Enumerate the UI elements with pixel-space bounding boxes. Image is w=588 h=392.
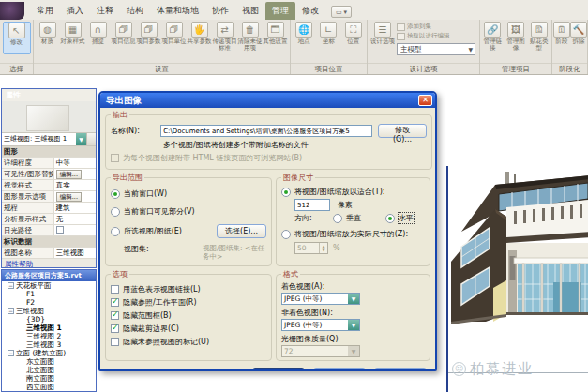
radio-zoom-actual-label[interactable]: 将视图/图纸缩放为实际尺寸的(Z):	[294, 229, 408, 239]
radio-selected-views-label[interactable]: 所选视图/图纸(E)	[124, 226, 182, 236]
tree-item[interactable]: 东立面图	[2, 357, 96, 366]
checkbox-view-links-blue-label[interactable]: 用蓝色表示视图链接(L)	[123, 284, 201, 294]
phases-button[interactable]: 🗓阶段	[553, 22, 570, 53]
tree-item[interactable]: 三维视图 2	[2, 332, 96, 340]
radio-vertical[interactable]	[333, 214, 342, 223]
non-shaded-views-select[interactable]: JPEG (中等) ▼	[281, 319, 360, 331]
transfer-standards-button[interactable]: ⇄传递项目标准	[212, 22, 237, 53]
radio-visible-portion-label[interactable]: 当前窗口可见部分(V)	[124, 206, 195, 217]
modify-button[interactable]: ↖ 修改	[3, 22, 31, 54]
additional-settings-button[interactable]: 🗔其他设置	[263, 22, 288, 53]
materials-button[interactable]: ◍材质	[35, 22, 60, 53]
checkbox-hide-scope-boxes-label[interactable]: 隐藏范围框(B)	[123, 310, 172, 321]
tree-node-3d-views[interactable]: −三维视图	[2, 307, 96, 315]
checkbox-hide-unreferenced-tags[interactable]	[111, 338, 119, 346]
ok-button[interactable]: 确定	[252, 368, 305, 371]
project-parameters-button[interactable]: 🗇项目参数	[136, 22, 161, 53]
tree-item[interactable]: {3D}	[2, 315, 96, 324]
object-styles-button[interactable]: ▦对象样式	[60, 22, 85, 53]
edit-button[interactable]: 编辑...	[56, 192, 82, 202]
pixels-input[interactable]	[294, 199, 330, 211]
tree-item[interactable]: F1	[2, 290, 96, 298]
property-row[interactable]: 视图名称三维视图	[2, 248, 96, 259]
property-row[interactable]: 分析显示样式无	[2, 214, 96, 225]
tree-item[interactable]: 北立面图	[2, 366, 96, 374]
manage-images-button[interactable]: 🖼管理图像	[505, 22, 528, 53]
radio-horizontal[interactable]	[385, 214, 395, 223]
add-to-set-button[interactable]: 添加到集	[397, 23, 475, 31]
property-row[interactable]: 图形显示选项编辑...	[2, 191, 96, 203]
chevron-down-icon[interactable]: ▼	[76, 133, 86, 145]
tab-structure[interactable]: 结构	[120, 2, 150, 20]
modify-button[interactable]: 修改(G)...	[378, 124, 427, 138]
decal-types-button[interactable]: 🖻贴花类型	[527, 22, 550, 53]
checkbox-hide-ref-planes[interactable]	[111, 298, 119, 307]
radio-horizontal-label[interactable]: 水平	[399, 213, 414, 223]
checkbox-hide-unreferenced-tags-label[interactable]: 隐藏未参照视图的标记(U)	[123, 337, 209, 347]
radio-zoom-actual[interactable]	[281, 230, 291, 239]
checkbox-hide-crop-boundaries[interactable]	[111, 324, 119, 333]
shared-parameters-button[interactable]: 🖐共享参数	[187, 22, 212, 53]
app-logo-icon[interactable]	[0, 2, 24, 20]
checkbox-view-links-blue[interactable]	[111, 285, 119, 294]
property-row[interactable]: 可见性/图形替换编辑...	[2, 169, 96, 180]
collapse-icon[interactable]: −	[8, 308, 14, 314]
checkbox-hide-scope-boxes[interactable]	[111, 311, 119, 320]
edit-button[interactable]: 编辑...	[56, 170, 82, 179]
snaps-button[interactable]: ∩捕捉	[85, 22, 111, 53]
tab-annotate[interactable]: 注释	[90, 2, 120, 20]
active-design-option-select[interactable]: 主模型▼	[397, 43, 475, 55]
pick-to-edit-button[interactable]: 拾取以进行编辑	[397, 32, 475, 40]
radio-fit-to-label[interactable]: 将视图/图纸缩放以适合(T):	[294, 187, 385, 197]
collapse-icon[interactable]: −	[8, 282, 14, 289]
help-button[interactable]: 帮助(H)	[374, 368, 427, 371]
radio-selected-views[interactable]	[111, 227, 120, 236]
location-button[interactable]: 🌐地点	[292, 22, 316, 53]
properties-header[interactable]: 属性	[2, 89, 96, 101]
project-info-button[interactable]: 🗇项目信息	[111, 22, 136, 53]
three-d-viewport[interactable]: ☺ 柏慕进业	[446, 166, 588, 392]
property-row[interactable]: 日光路径	[2, 225, 96, 236]
radio-vertical-label[interactable]: 垂直	[346, 213, 361, 223]
property-row[interactable]: 视觉样式真实	[2, 180, 96, 191]
radio-fit-to[interactable]	[281, 188, 291, 197]
name-input[interactable]	[160, 125, 372, 137]
radio-visible-portion[interactable]	[111, 207, 120, 217]
position-button[interactable]: ⛶位置	[341, 22, 366, 53]
ribbon-state-toggle[interactable]: ▭▾	[331, 6, 352, 18]
project-units-button[interactable]: 🗇项目单位	[161, 22, 187, 53]
tab-view[interactable]: 视图	[235, 2, 265, 20]
tree-item[interactable]: 西立面图	[2, 383, 96, 391]
tree-node-ceiling-plans[interactable]: −天花板平面	[2, 281, 96, 290]
tab-collaborate[interactable]: 协作	[205, 2, 235, 20]
close-icon[interactable]: ✕	[418, 95, 432, 106]
select-views-button[interactable]: 选择(E)...	[217, 224, 266, 238]
collapse-icon[interactable]: −	[8, 350, 14, 356]
coordinates-button[interactable]: ∟坐标	[316, 22, 340, 53]
tab-home[interactable]: 常用	[30, 2, 60, 20]
demolish-button[interactable]: 🔨拆除	[570, 22, 587, 53]
checkbox-hide-crop-boundaries-label[interactable]: 隐藏裁剪边界(C)	[123, 324, 179, 334]
radio-current-window[interactable]	[111, 189, 120, 199]
checkbox-hide-ref-planes-label[interactable]: 隐藏参照/工作平面(R)	[123, 297, 197, 308]
project-browser-header[interactable]: 公路服务区项目方案5.rvt	[2, 270, 96, 281]
tree-item[interactable]: F2	[2, 298, 96, 307]
edit-type-button[interactable]	[86, 133, 96, 145]
tab-insert[interactable]: 插入	[60, 2, 90, 20]
tree-item[interactable]: 三维视图 3	[2, 340, 96, 349]
tree-item[interactable]: 南立面图	[2, 374, 96, 383]
shaded-views-select[interactable]: JPEG (中等) ▼	[281, 293, 360, 305]
tab-manage[interactable]: 管理	[265, 2, 295, 20]
tab-massing-site[interactable]: 体量和场地	[150, 2, 205, 20]
radio-current-window-label[interactable]: 当前窗口(W)	[124, 188, 167, 199]
property-row[interactable]: 规程建筑	[2, 203, 96, 214]
manage-links-button[interactable]: 🔗管理链接	[481, 22, 505, 53]
tree-node-elevations[interactable]: −立面 (建筑立面)	[2, 349, 96, 357]
dialog-titlebar[interactable]: 导出图像 ✕	[100, 93, 435, 108]
tab-modify[interactable]: 修改	[295, 2, 325, 20]
cancel-button[interactable]: 取消	[313, 368, 366, 371]
purge-unused-button[interactable]: 🗑清除未使用项	[237, 22, 263, 53]
tree-item-active-view[interactable]: 三维视图 1	[2, 324, 96, 332]
sun-path-checkbox[interactable]	[56, 226, 64, 234]
type-selector[interactable]: 三维视图: 三维视图 1 ▼	[2, 133, 96, 146]
